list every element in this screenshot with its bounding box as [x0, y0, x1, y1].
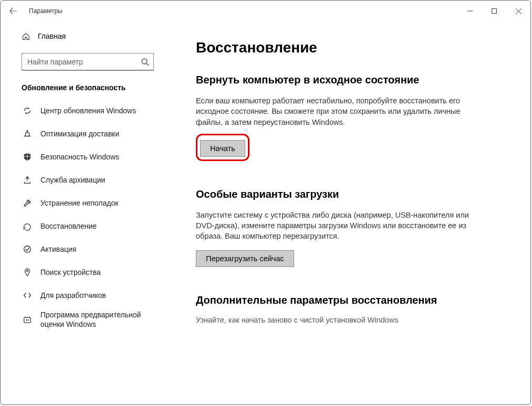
sidebar-item-label: Восстановление [40, 221, 166, 231]
back-button[interactable] [9, 7, 24, 15]
window-title: Параметры [29, 7, 62, 15]
sidebar-item-windows-update[interactable]: Центр обновления Windows [1, 99, 175, 122]
section-heading: Вернуть компьютер в исходное состояние [196, 74, 499, 86]
svg-point-1 [142, 59, 147, 64]
sidebar-item-label: Центр обновления Windows [40, 106, 166, 115]
sidebar-item-activation[interactable]: Активация [1, 238, 175, 261]
pin-icon [22, 268, 33, 277]
svg-point-5 [26, 319, 27, 321]
main-content: Восстановление Вернуть компьютер в исход… [175, 22, 530, 404]
sidebar-item-label: Безопасность Windows [40, 152, 166, 162]
insider-icon [22, 315, 33, 324]
reset-start-button[interactable]: Начать [200, 140, 245, 157]
caption-buttons [458, 1, 530, 22]
close-icon [516, 8, 521, 14]
sidebar-item-backup[interactable]: Служба архивации [1, 168, 175, 191]
sidebar-item-label: Для разработчиков [40, 291, 166, 300]
svg-point-3 [26, 270, 28, 272]
minimize-icon [467, 8, 473, 14]
svg-point-2 [24, 246, 31, 253]
sidebar-item-security[interactable]: Безопасность Windows [1, 145, 175, 168]
sidebar-item-label: Служба архивации [40, 175, 166, 185]
section-heading: Дополнительные параметры восстановления [196, 294, 499, 306]
highlight-ring: Начать [196, 134, 249, 161]
sidebar: Главная Найти параметр Обновление и безо… [1, 22, 175, 404]
shield-icon [22, 152, 33, 162]
search-placeholder: Найти параметр [27, 58, 141, 66]
check-circle-icon [22, 244, 33, 254]
code-icon [22, 291, 33, 300]
sidebar-item-label: Активация [40, 244, 166, 254]
wrench-icon [22, 198, 33, 208]
close-button[interactable] [506, 1, 530, 22]
settings-window: Параметры Главная Найти параметр [0, 0, 531, 405]
sidebar-item-label: Устранение неполадок [40, 198, 166, 208]
section-description: Если ваш компьютер работает нестабильно,… [196, 95, 469, 127]
sidebar-item-insider-program[interactable]: Программа предварительной оценки Windows [1, 307, 175, 332]
section-more-recovery: Дополнительные параметры восстановления … [196, 294, 499, 324]
page-title: Восстановление [196, 39, 499, 56]
maximize-icon [492, 8, 497, 14]
nav-list: Центр обновления Windows Оптимизация дос… [1, 99, 175, 335]
sidebar-item-find-my-device[interactable]: Поиск устройства [1, 261, 175, 284]
svg-point-6 [28, 319, 29, 321]
sidebar-item-label: Программа предварительной оценки Windows [40, 310, 166, 329]
sidebar-item-delivery-optimization[interactable]: Оптимизация доставки [1, 122, 175, 145]
minimize-button[interactable] [458, 1, 482, 22]
home-label: Главная [38, 32, 66, 40]
section-reset-pc: Вернуть компьютер в исходное состояние Е… [196, 74, 499, 161]
svg-rect-4 [24, 318, 31, 323]
section-heading: Особые варианты загрузки [196, 188, 499, 200]
section-description: Запустите систему с устройства либо диск… [196, 210, 469, 242]
sidebar-item-troubleshoot[interactable]: Устранение неполадок [1, 191, 175, 215]
settings-group-heading: Обновление и безопасность [1, 77, 175, 99]
sidebar-item-label: Оптимизация доставки [40, 129, 166, 138]
refresh-icon [22, 106, 33, 115]
backup-icon [22, 175, 33, 185]
home-link[interactable]: Главная [1, 26, 175, 47]
delivery-icon [22, 129, 33, 138]
section-advanced-startup: Особые варианты загрузки Запустите систе… [196, 188, 499, 267]
home-icon [22, 32, 30, 41]
maximize-button[interactable] [482, 1, 506, 22]
restart-now-button[interactable]: Перезагрузить сейчас [196, 250, 294, 267]
fresh-start-link[interactable]: Узнайте, как начать заново с чистой уста… [196, 316, 499, 324]
sidebar-item-recovery[interactable]: Восстановление [1, 215, 175, 238]
svg-rect-0 [492, 9, 497, 14]
search-input[interactable]: Найти параметр [22, 53, 154, 71]
titlebar: Параметры [1, 1, 530, 22]
search-icon [141, 58, 149, 66]
sidebar-item-for-developers[interactable]: Для разработчиков [1, 284, 175, 307]
back-arrow-icon [9, 7, 17, 15]
sidebar-item-label: Поиск устройства [40, 268, 166, 277]
recovery-icon [22, 221, 33, 231]
